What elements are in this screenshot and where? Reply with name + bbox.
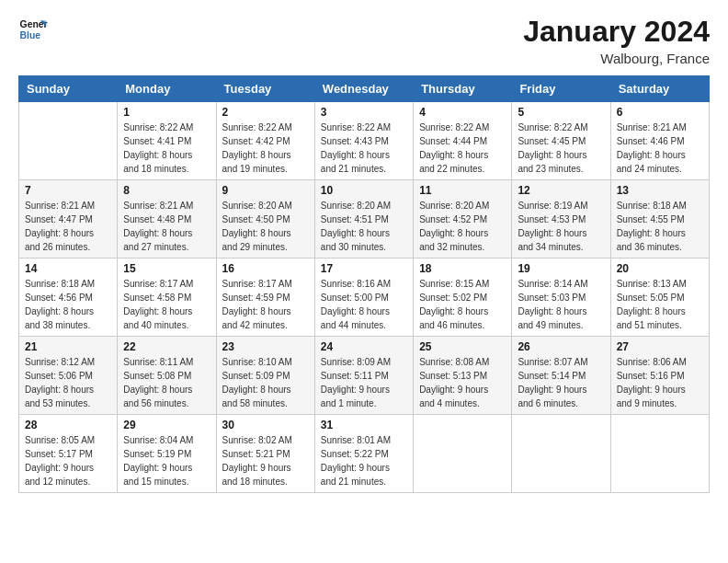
col-friday: Friday — [512, 76, 610, 102]
day-info: Sunrise: 8:11 AMSunset: 5:08 PMDaylight:… — [123, 355, 210, 410]
cell-0-1: 1Sunrise: 8:22 AMSunset: 4:41 PMDaylight… — [118, 102, 216, 180]
col-thursday: Thursday — [414, 76, 512, 102]
day-info: Sunrise: 8:21 AMSunset: 4:47 PMDaylight:… — [25, 199, 111, 254]
day-number: 2 — [222, 106, 309, 119]
cell-4-4 — [414, 415, 512, 493]
day-info: Sunrise: 8:20 AMSunset: 4:50 PMDaylight:… — [222, 199, 309, 254]
day-info: Sunrise: 8:13 AMSunset: 5:05 PMDaylight:… — [617, 277, 703, 332]
day-number: 7 — [25, 184, 111, 197]
day-info: Sunrise: 8:01 AMSunset: 5:22 PMDaylight:… — [321, 433, 407, 488]
day-info: Sunrise: 8:05 AMSunset: 5:17 PMDaylight:… — [25, 433, 111, 488]
day-number: 5 — [518, 106, 604, 119]
day-info: Sunrise: 8:14 AMSunset: 5:03 PMDaylight:… — [518, 277, 604, 332]
cell-2-3: 17Sunrise: 8:16 AMSunset: 5:00 PMDayligh… — [314, 259, 413, 337]
day-info: Sunrise: 8:07 AMSunset: 5:14 PMDaylight:… — [518, 355, 604, 410]
header-row: Sunday Monday Tuesday Wednesday Thursday… — [19, 76, 710, 102]
cell-3-6: 27Sunrise: 8:06 AMSunset: 5:16 PMDayligh… — [610, 337, 709, 415]
day-info: Sunrise: 8:16 AMSunset: 5:00 PMDaylight:… — [321, 277, 407, 332]
day-number: 25 — [419, 340, 506, 353]
day-number: 16 — [222, 262, 309, 275]
day-number: 11 — [419, 184, 506, 197]
cell-4-3: 31Sunrise: 8:01 AMSunset: 5:22 PMDayligh… — [314, 415, 413, 493]
cell-3-5: 26Sunrise: 8:07 AMSunset: 5:14 PMDayligh… — [512, 337, 610, 415]
day-info: Sunrise: 8:21 AMSunset: 4:48 PMDaylight:… — [123, 199, 210, 254]
day-number: 13 — [617, 184, 703, 197]
col-monday: Monday — [118, 76, 216, 102]
day-number: 18 — [419, 262, 506, 275]
cell-0-6: 6Sunrise: 8:21 AMSunset: 4:46 PMDaylight… — [610, 102, 709, 180]
cell-3-1: 22Sunrise: 8:11 AMSunset: 5:08 PMDayligh… — [118, 337, 216, 415]
day-info: Sunrise: 8:09 AMSunset: 5:11 PMDaylight:… — [321, 355, 407, 410]
cell-4-0: 28Sunrise: 8:05 AMSunset: 5:17 PMDayligh… — [19, 415, 118, 493]
day-info: Sunrise: 8:22 AMSunset: 4:42 PMDaylight:… — [222, 121, 309, 176]
col-saturday: Saturday — [610, 76, 709, 102]
day-number: 15 — [123, 262, 210, 275]
header: General Blue January 2024 Walbourg, Fran… — [18, 15, 710, 66]
col-sunday: Sunday — [19, 76, 118, 102]
cell-0-0 — [19, 102, 118, 180]
cell-2-4: 18Sunrise: 8:15 AMSunset: 5:02 PMDayligh… — [414, 259, 512, 337]
week-row-2: 14Sunrise: 8:18 AMSunset: 4:56 PMDayligh… — [19, 259, 710, 337]
day-number: 28 — [25, 419, 111, 431]
cell-4-2: 30Sunrise: 8:02 AMSunset: 5:21 PMDayligh… — [216, 415, 314, 493]
logo-icon: General Blue — [18, 15, 48, 44]
week-row-4: 28Sunrise: 8:05 AMSunset: 5:17 PMDayligh… — [19, 415, 710, 493]
day-number: 26 — [518, 340, 604, 353]
week-row-1: 7Sunrise: 8:21 AMSunset: 4:47 PMDaylight… — [19, 180, 710, 259]
cell-0-4: 4Sunrise: 8:22 AMSunset: 4:44 PMDaylight… — [414, 102, 512, 180]
day-info: Sunrise: 8:12 AMSunset: 5:06 PMDaylight:… — [25, 355, 111, 410]
cell-1-6: 13Sunrise: 8:18 AMSunset: 4:55 PMDayligh… — [610, 180, 709, 259]
title-block: January 2024 Walbourg, France — [523, 15, 710, 66]
cell-2-5: 19Sunrise: 8:14 AMSunset: 5:03 PMDayligh… — [512, 259, 610, 337]
day-info: Sunrise: 8:18 AMSunset: 4:55 PMDaylight:… — [617, 199, 703, 254]
cell-1-5: 12Sunrise: 8:19 AMSunset: 4:53 PMDayligh… — [512, 180, 610, 259]
svg-text:Blue: Blue — [20, 30, 41, 40]
day-info: Sunrise: 8:22 AMSunset: 4:45 PMDaylight:… — [518, 121, 604, 176]
day-info: Sunrise: 8:22 AMSunset: 4:43 PMDaylight:… — [321, 121, 407, 176]
day-info: Sunrise: 8:17 AMSunset: 4:59 PMDaylight:… — [222, 277, 309, 332]
day-info: Sunrise: 8:20 AMSunset: 4:51 PMDaylight:… — [321, 199, 407, 254]
day-number: 8 — [123, 184, 210, 197]
day-info: Sunrise: 8:10 AMSunset: 5:09 PMDaylight:… — [222, 355, 309, 410]
week-row-0: 1Sunrise: 8:22 AMSunset: 4:41 PMDaylight… — [19, 102, 710, 180]
day-number: 4 — [419, 106, 506, 119]
day-info: Sunrise: 8:22 AMSunset: 4:41 PMDaylight:… — [123, 121, 210, 176]
day-number: 30 — [222, 419, 309, 431]
cell-3-4: 25Sunrise: 8:08 AMSunset: 5:13 PMDayligh… — [414, 337, 512, 415]
cell-1-2: 9Sunrise: 8:20 AMSunset: 4:50 PMDaylight… — [216, 180, 314, 259]
cell-1-4: 11Sunrise: 8:20 AMSunset: 4:52 PMDayligh… — [414, 180, 512, 259]
cell-1-1: 8Sunrise: 8:21 AMSunset: 4:48 PMDaylight… — [118, 180, 216, 259]
day-number: 20 — [617, 262, 703, 275]
cell-0-2: 2Sunrise: 8:22 AMSunset: 4:42 PMDaylight… — [216, 102, 314, 180]
day-number: 29 — [123, 419, 210, 431]
day-info: Sunrise: 8:17 AMSunset: 4:58 PMDaylight:… — [123, 277, 210, 332]
day-number: 19 — [518, 262, 604, 275]
day-number: 14 — [25, 262, 111, 275]
day-number: 9 — [222, 184, 309, 197]
cell-3-0: 21Sunrise: 8:12 AMSunset: 5:06 PMDayligh… — [19, 337, 118, 415]
day-number: 12 — [518, 184, 604, 197]
day-number: 10 — [321, 184, 407, 197]
day-number: 1 — [123, 106, 210, 119]
calendar-header: Sunday Monday Tuesday Wednesday Thursday… — [19, 76, 710, 102]
cell-2-1: 15Sunrise: 8:17 AMSunset: 4:58 PMDayligh… — [118, 259, 216, 337]
day-number: 23 — [222, 340, 309, 353]
day-info: Sunrise: 8:21 AMSunset: 4:46 PMDaylight:… — [617, 121, 703, 176]
cell-2-0: 14Sunrise: 8:18 AMSunset: 4:56 PMDayligh… — [19, 259, 118, 337]
cell-3-2: 23Sunrise: 8:10 AMSunset: 5:09 PMDayligh… — [216, 337, 314, 415]
calendar-body: 1Sunrise: 8:22 AMSunset: 4:41 PMDaylight… — [19, 102, 710, 493]
logo: General Blue — [18, 15, 48, 44]
day-info: Sunrise: 8:06 AMSunset: 5:16 PMDaylight:… — [617, 355, 703, 410]
cell-0-3: 3Sunrise: 8:22 AMSunset: 4:43 PMDaylight… — [314, 102, 413, 180]
page: General Blue January 2024 Walbourg, Fran… — [0, 0, 728, 563]
day-info: Sunrise: 8:02 AMSunset: 5:21 PMDaylight:… — [222, 433, 309, 488]
col-wednesday: Wednesday — [314, 76, 413, 102]
location: Walbourg, France — [523, 51, 710, 66]
day-number: 17 — [321, 262, 407, 275]
day-info: Sunrise: 8:22 AMSunset: 4:44 PMDaylight:… — [419, 121, 506, 176]
day-number: 21 — [25, 340, 111, 353]
day-number: 22 — [123, 340, 210, 353]
day-info: Sunrise: 8:18 AMSunset: 4:56 PMDaylight:… — [25, 277, 111, 332]
day-info: Sunrise: 8:08 AMSunset: 5:13 PMDaylight:… — [419, 355, 506, 410]
cell-4-6 — [610, 415, 709, 493]
